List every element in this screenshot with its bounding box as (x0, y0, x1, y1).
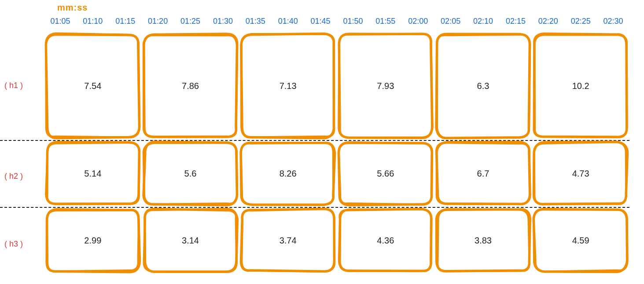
time-tick: 01:25 (174, 17, 207, 29)
time-tick: 02:10 (467, 17, 500, 29)
cell: 10.2 (532, 32, 629, 140)
cell-value: 10.2 (572, 81, 589, 91)
cell: 4.73 (532, 140, 629, 207)
time-tick: 02:20 (532, 17, 564, 29)
cell: 3.74 (239, 207, 337, 274)
row-label-h2: ( h2 ) (4, 172, 23, 181)
cell-value: 7.13 (280, 81, 297, 91)
row-label-h3: ( h3 ) (4, 240, 23, 249)
cell-value: 4.59 (572, 236, 589, 246)
time-tick: 01:20 (142, 17, 174, 29)
cell: 5.6 (142, 140, 239, 207)
cell: 7.13 (239, 32, 337, 140)
cell-value: 6.7 (477, 169, 489, 179)
time-tick: 02:30 (597, 17, 629, 29)
cell-value: 3.14 (182, 236, 199, 246)
chart-title: mm:ss (57, 3, 88, 13)
cell: 4.36 (337, 207, 434, 274)
cell: 7.86 (142, 32, 239, 140)
cell-value: 3.74 (280, 236, 297, 246)
cell-value: 7.54 (84, 81, 101, 91)
chart-grid: 7.547.867.137.936.310.25.145.68.265.666.… (44, 32, 629, 274)
cell: 7.54 (44, 32, 142, 140)
time-tick: 01:55 (369, 17, 402, 29)
cell: 8.26 (239, 140, 337, 207)
time-tick: 01:10 (77, 17, 109, 29)
time-tick: 01:45 (304, 17, 337, 29)
cell-value: 5.6 (184, 169, 197, 179)
cell-value: 4.73 (572, 169, 589, 179)
cell: 5.14 (44, 140, 142, 207)
time-tick: 01:50 (337, 17, 369, 29)
cell-value: 8.26 (280, 169, 297, 179)
cell-value: 4.36 (377, 236, 394, 246)
cell-value: 2.99 (84, 236, 101, 246)
cell: 6.7 (434, 140, 532, 207)
time-tick: 01:30 (206, 17, 239, 29)
cell: 3.14 (142, 207, 239, 274)
time-tick: 02:15 (499, 17, 532, 29)
cell: 3.83 (434, 207, 532, 274)
cell: 6.3 (434, 32, 532, 140)
cell-value: 5.66 (377, 169, 394, 179)
time-tick: 02:05 (434, 17, 467, 29)
cell-value: 6.3 (477, 81, 489, 91)
cell: 7.93 (337, 32, 434, 140)
time-tick: 01:05 (44, 17, 77, 29)
cell-value: 7.93 (377, 81, 394, 91)
cell: 4.59 (532, 207, 629, 274)
time-axis: 01:0501:1001:1501:2001:2501:3001:3501:40… (44, 17, 629, 29)
time-tick: 02:00 (402, 17, 434, 29)
row-label-h1: ( h1 ) (4, 81, 23, 90)
time-tick: 01:40 (272, 17, 304, 29)
time-tick: 02:25 (564, 17, 597, 29)
cell-value: 5.14 (84, 169, 101, 179)
time-tick: 01:15 (109, 17, 142, 29)
cell: 2.99 (44, 207, 142, 274)
time-tick: 01:35 (239, 17, 272, 29)
cell-value: 3.83 (475, 236, 492, 246)
cell: 5.66 (337, 140, 434, 207)
cell-value: 7.86 (182, 81, 199, 91)
chart-root: mm:ss 01:0501:1001:1501:2001:2501:3001:3… (0, 0, 644, 284)
